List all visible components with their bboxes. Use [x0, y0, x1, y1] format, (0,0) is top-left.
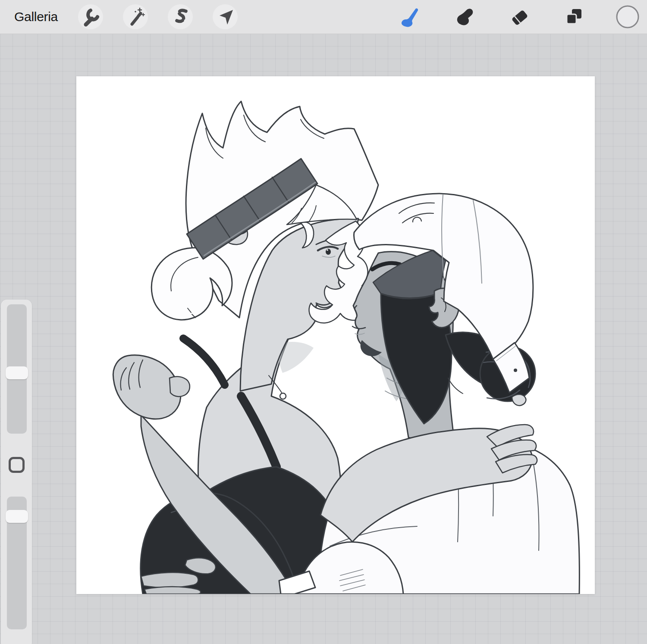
transform-arrow-icon [213, 5, 237, 29]
selection-s-icon [168, 5, 192, 29]
color-button[interactable] [616, 5, 640, 29]
modify-button[interactable] [9, 457, 25, 473]
eraser-icon [508, 5, 532, 29]
layers-icon [562, 5, 586, 29]
drawing-canvas[interactable] [76, 76, 595, 594]
actions-button[interactable] [78, 4, 103, 29]
smudge-tool-button[interactable] [453, 5, 477, 29]
brush-opacity-slider-thumb[interactable] [6, 510, 28, 523]
paint-tool-button[interactable] [398, 5, 422, 29]
tank-strap-left [183, 338, 225, 385]
selection-button[interactable] [168, 4, 193, 29]
brush-sidebar [1, 300, 32, 644]
adjustments-button[interactable] [123, 4, 148, 29]
strap-buckle [514, 369, 517, 372]
layers-button[interactable] [562, 5, 586, 29]
wrench-icon [79, 5, 103, 29]
canvas-artwork [76, 76, 595, 594]
brush-size-slider-thumb[interactable] [6, 366, 28, 379]
top-toolbar: Galleria [0, 0, 647, 34]
paintbrush-icon [398, 5, 422, 29]
erase-tool-button[interactable] [508, 5, 532, 29]
necklace-pendant [280, 393, 286, 399]
smudge-icon [453, 5, 477, 29]
magic-wand-icon [123, 5, 148, 29]
transform-button[interactable] [213, 4, 238, 29]
color-swatch [616, 5, 640, 29]
app-window: Galleria [0, 0, 647, 644]
gallery-button[interactable]: Galleria [14, 0, 58, 34]
